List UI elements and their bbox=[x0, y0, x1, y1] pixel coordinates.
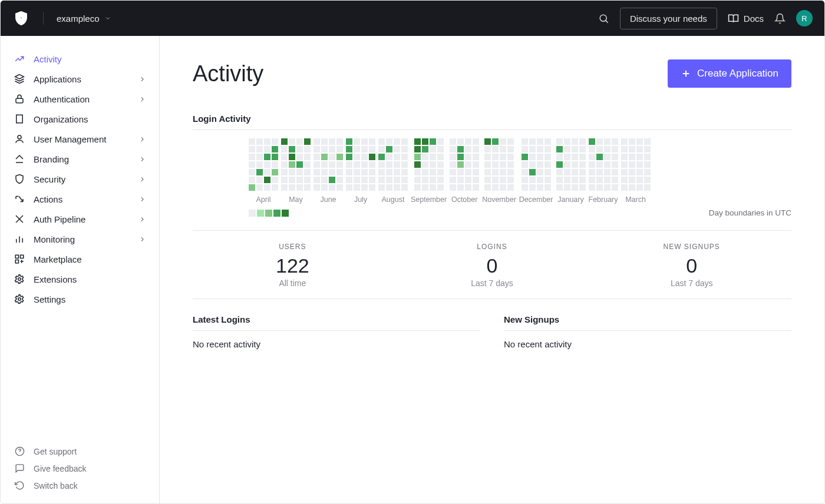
sidebar-item-applications[interactable]: Applications bbox=[5, 69, 154, 89]
heatmap-cell[interactable] bbox=[321, 184, 328, 191]
heatmap-cell[interactable] bbox=[430, 154, 436, 160]
heatmap-cell[interactable] bbox=[249, 161, 255, 168]
heatmap-cell[interactable] bbox=[394, 146, 400, 152]
heatmap-cell[interactable] bbox=[437, 169, 444, 175]
heatmap-cell[interactable] bbox=[336, 161, 343, 168]
heatmap-cell[interactable] bbox=[361, 154, 368, 160]
avatar[interactable]: R bbox=[796, 10, 813, 26]
heatmap-cell[interactable] bbox=[321, 138, 328, 145]
heatmap-cell[interactable] bbox=[629, 169, 635, 175]
heatmap-cell[interactable] bbox=[529, 154, 536, 160]
heatmap-cell[interactable] bbox=[544, 138, 551, 145]
heatmap-cell[interactable] bbox=[314, 161, 320, 168]
heatmap-cell[interactable] bbox=[249, 146, 255, 152]
heatmap-cell[interactable] bbox=[289, 177, 295, 183]
heatmap-cell[interactable] bbox=[621, 138, 628, 145]
heatmap-cell[interactable] bbox=[422, 169, 428, 175]
heatmap-cell[interactable] bbox=[249, 169, 255, 175]
heatmap-cell[interactable] bbox=[336, 184, 343, 191]
heatmap-cell[interactable] bbox=[589, 138, 595, 145]
heatmap-cell[interactable] bbox=[369, 154, 375, 160]
heatmap-cell[interactable] bbox=[629, 146, 635, 152]
heatmap-cell[interactable] bbox=[272, 184, 278, 191]
heatmap-cell[interactable] bbox=[596, 184, 603, 191]
heatmap-cell[interactable] bbox=[321, 146, 328, 152]
heatmap-cell[interactable] bbox=[437, 146, 444, 152]
heatmap-cell[interactable] bbox=[401, 169, 408, 175]
heatmap-cell[interactable] bbox=[492, 154, 499, 160]
heatmap-cell[interactable] bbox=[522, 138, 528, 145]
heatmap-cell[interactable] bbox=[414, 161, 421, 168]
heatmap-cell[interactable] bbox=[281, 161, 288, 168]
create-application-button[interactable]: Create Application bbox=[668, 59, 791, 88]
heatmap-cell[interactable] bbox=[484, 184, 491, 191]
heatmap-cell[interactable] bbox=[321, 154, 328, 160]
heatmap-cell[interactable] bbox=[336, 169, 343, 175]
heatmap-cell[interactable] bbox=[564, 169, 570, 175]
heatmap-cell[interactable] bbox=[264, 154, 270, 160]
heatmap-cell[interactable] bbox=[612, 154, 618, 160]
heatmap-cell[interactable] bbox=[264, 138, 270, 145]
heatmap-cell[interactable] bbox=[492, 161, 499, 168]
heatmap-cell[interactable] bbox=[386, 169, 392, 175]
heatmap-cell[interactable] bbox=[289, 154, 295, 160]
heatmap-cell[interactable] bbox=[304, 184, 311, 191]
heatmap-cell[interactable] bbox=[612, 169, 618, 175]
sidebar-item-monitoring[interactable]: Monitoring bbox=[5, 229, 154, 249]
heatmap-cell[interactable] bbox=[281, 184, 288, 191]
heatmap-cell[interactable] bbox=[492, 138, 499, 145]
heatmap-cell[interactable] bbox=[437, 161, 444, 168]
heatmap-cell[interactable] bbox=[437, 154, 444, 160]
heatmap-cell[interactable] bbox=[556, 146, 563, 152]
heatmap-cell[interactable] bbox=[457, 154, 464, 160]
heatmap-cell[interactable] bbox=[484, 161, 491, 168]
heatmap-cell[interactable] bbox=[604, 154, 610, 160]
heatmap-cell[interactable] bbox=[644, 184, 651, 191]
heatmap-cell[interactable] bbox=[500, 138, 506, 145]
heatmap-cell[interactable] bbox=[522, 169, 528, 175]
heatmap-cell[interactable] bbox=[304, 177, 311, 183]
heatmap-cell[interactable] bbox=[537, 169, 543, 175]
heatmap-cell[interactable] bbox=[281, 146, 288, 152]
heatmap-cell[interactable] bbox=[500, 169, 506, 175]
heatmap-cell[interactable] bbox=[465, 169, 471, 175]
heatmap-cell[interactable] bbox=[612, 146, 618, 152]
heatmap-cell[interactable] bbox=[401, 184, 408, 191]
heatmap-cell[interactable] bbox=[272, 138, 278, 145]
heatmap-cell[interactable] bbox=[296, 177, 303, 183]
heatmap-cell[interactable] bbox=[537, 161, 543, 168]
heatmap-cell[interactable] bbox=[272, 146, 278, 152]
heatmap-cell[interactable] bbox=[507, 177, 514, 183]
heatmap-cell[interactable] bbox=[346, 169, 352, 175]
heatmap-cell[interactable] bbox=[629, 138, 635, 145]
heatmap-cell[interactable] bbox=[544, 169, 551, 175]
heatmap-cell[interactable] bbox=[522, 184, 528, 191]
heatmap-cell[interactable] bbox=[572, 169, 578, 175]
heatmap-cell[interactable] bbox=[394, 177, 400, 183]
support-item-give-feedback[interactable]: Give feedback bbox=[5, 460, 154, 477]
heatmap-cell[interactable] bbox=[556, 177, 563, 183]
heatmap-cell[interactable] bbox=[450, 177, 456, 183]
heatmap-cell[interactable] bbox=[296, 138, 303, 145]
heatmap-cell[interactable] bbox=[450, 138, 456, 145]
heatmap-cell[interactable] bbox=[579, 169, 586, 175]
heatmap-cell[interactable] bbox=[544, 184, 551, 191]
heatmap-cell[interactable] bbox=[612, 184, 618, 191]
heatmap-cell[interactable] bbox=[529, 146, 536, 152]
heatmap-cell[interactable] bbox=[522, 161, 528, 168]
heatmap-cell[interactable] bbox=[465, 138, 471, 145]
heatmap-cell[interactable] bbox=[321, 177, 328, 183]
heatmap-cell[interactable] bbox=[644, 169, 651, 175]
heatmap-cell[interactable] bbox=[296, 161, 303, 168]
heatmap-cell[interactable] bbox=[621, 154, 628, 160]
heatmap-cell[interactable] bbox=[500, 161, 506, 168]
heatmap-cell[interactable] bbox=[636, 177, 643, 183]
heatmap-cell[interactable] bbox=[437, 138, 444, 145]
heatmap-cell[interactable] bbox=[394, 154, 400, 160]
heatmap-cell[interactable] bbox=[329, 161, 335, 168]
heatmap-cell[interactable] bbox=[256, 146, 263, 152]
heatmap-cell[interactable] bbox=[522, 177, 528, 183]
heatmap-cell[interactable] bbox=[465, 184, 471, 191]
heatmap-cell[interactable] bbox=[361, 169, 368, 175]
heatmap-cell[interactable] bbox=[579, 146, 586, 152]
